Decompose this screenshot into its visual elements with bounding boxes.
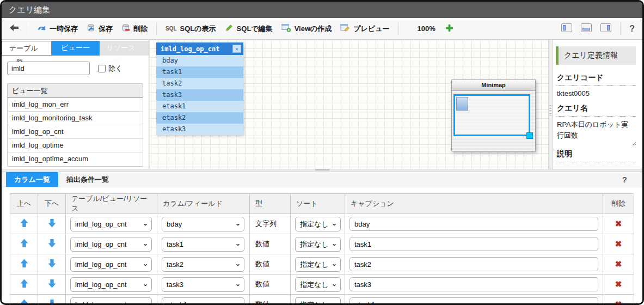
list-item[interactable]: imld_log_optime_accum [8,152,143,166]
move-down-button[interactable] [47,259,57,270]
query-code-value[interactable]: tktest0005 [556,86,636,101]
move-down-button[interactable] [47,279,57,290]
delete-row-button[interactable]: ✖ [615,219,622,228]
field-row[interactable]: etask2 [156,112,243,124]
up-arrow-icon [20,279,29,290]
list-item[interactable]: imld_log_optime [8,139,143,152]
field-row[interactable]: bday [156,55,243,66]
delete-row-button[interactable]: ✖ [615,260,622,268]
column-table-header-row: 上へ 下へ テーブル/ビュー/リソース カラム/フィールド 型 ソート キャプシ… [10,194,634,214]
show-sql-button[interactable]: SQL SQLの表示 [165,24,216,34]
toggle-right-panel-button[interactable] [600,23,611,34]
vertical-splitter[interactable] [548,40,553,169]
back-button[interactable] [9,24,19,33]
move-down-button[interactable] [47,218,57,229]
sort-select[interactable]: 指定なし [295,297,341,305]
field-row[interactable]: task2 [156,78,243,89]
header-move-up: 上へ [10,194,38,214]
column-select[interactable]: task1 [162,237,244,252]
field-row[interactable]: task3 [156,89,243,101]
list-item[interactable]: imld_log_op_cnt [8,125,143,139]
table-select[interactable]: imld_log_op_cnt [70,237,152,252]
table-card[interactable]: imld_log_op_cnt ✕ bday task1 task2 task3… [156,42,243,135]
list-item[interactable]: imld_log_monitoring_task [8,112,143,125]
exclude-checkbox[interactable] [98,65,106,72]
caption-input[interactable] [349,297,598,305]
sort-select[interactable]: 指定なし [295,217,341,231]
description-label: 説明 [556,147,636,162]
header-table: テーブル/ビュー/リソース [66,194,157,214]
toolbar: 一時保存 保存 削除 SQL [2,18,642,40]
column-select[interactable]: task3 [162,277,244,292]
table-card-header[interactable]: imld_log_op_cnt ✕ [156,42,243,55]
sort-select[interactable]: 指定なし [295,257,341,272]
sort-select[interactable]: 指定なし [295,277,341,292]
sort-select[interactable]: 指定なし [295,237,341,252]
table-select[interactable]: imld_log_op_cnt [70,217,152,231]
move-up-button[interactable] [20,279,29,290]
table-select[interactable]: imld_log_op_cnt [70,297,152,305]
move-up-button[interactable] [20,259,29,270]
filter-input[interactable] [7,62,90,75]
field-row[interactable]: etask1 [156,101,243,112]
resize-grip-icon[interactable] [631,141,636,145]
zoom-in-button[interactable] [445,24,453,34]
close-icon[interactable]: ✕ [232,45,241,53]
delete-row-button[interactable]: ✖ [615,280,622,288]
move-down-button[interactable] [47,299,57,305]
delete-x-icon: ✖ [615,300,622,305]
down-arrow-icon [47,239,57,249]
query-code-label: クエリコード [556,70,636,86]
field-row[interactable]: task1 [156,66,243,78]
delete-button[interactable]: 削除 [121,24,148,34]
tab-resource-list[interactable]: リソース一覧 [100,41,149,56]
temp-save-icon [37,24,46,33]
temp-save-button[interactable]: 一時保存 [37,24,78,34]
tab-view-list[interactable]: ビュー一覧 [52,41,99,56]
minimap-body [452,91,535,151]
tab-condition-list[interactable]: 抽出条件一覧 [58,172,117,187]
toolbar-separator [28,22,28,35]
toggle-left-panel-button[interactable] [561,23,572,34]
move-down-button[interactable] [47,239,57,249]
move-up-button[interactable] [20,299,29,305]
minimap-viewport[interactable] [453,94,530,136]
delete-x-icon: ✖ [615,259,622,269]
toggle-bottom-panel-button[interactable] [581,23,592,34]
preview-button[interactable]: プレビュー [340,23,389,34]
design-canvas[interactable]: imld_log_op_cnt ✕ bday task1 task2 task3… [149,40,548,169]
move-up-button[interactable] [20,239,29,249]
delete-x-icon: ✖ [615,239,622,248]
edit-sql-button[interactable]: SQLで編集 [225,23,273,34]
caption-input[interactable] [349,237,598,251]
caption-input[interactable] [349,277,598,291]
down-arrow-icon [47,218,57,229]
caption-input[interactable] [349,217,598,231]
field-row[interactable]: etask3 [156,124,243,135]
move-up-button[interactable] [20,218,29,229]
minimap: Minimap [451,80,536,151]
column-select[interactable]: task2 [162,257,244,272]
column-select[interactable]: bday [162,217,244,231]
delete-row-button[interactable]: ✖ [615,240,622,248]
view-list-header: ビュー一覧 [8,84,143,98]
create-view-button[interactable]: Viewの作成 [281,23,332,34]
query-name-textarea[interactable]: RPA本日のロボット実行回数 [556,117,636,147]
caption-input[interactable] [349,257,598,271]
bottom-help-button[interactable]: ? [622,175,627,184]
table-select[interactable]: imld_log_op_cnt [70,257,152,272]
minimap-resize-handle[interactable] [526,132,533,139]
plus-icon [445,26,453,34]
tab-column-list[interactable]: カラム一覧 [6,172,58,187]
minimap-title[interactable]: Minimap [452,80,535,91]
save-button[interactable]: 保存 [87,24,113,34]
toolbar-help-button[interactable]: ? [629,24,635,34]
list-item[interactable]: imld_log_mon_err [8,98,143,112]
delete-row-button[interactable]: ✖ [615,300,622,305]
table-select[interactable]: imld_log_op_cnt [70,277,152,292]
left-panel-tabs: テーブル一覧 ビュー一覧 リソース一覧 [2,41,149,56]
green-pencil-icon [225,23,234,34]
header-move-down: 下へ [38,194,66,214]
tab-table-list[interactable]: テーブル一覧 [2,41,52,56]
column-select[interactable]: etask1 [162,297,244,305]
